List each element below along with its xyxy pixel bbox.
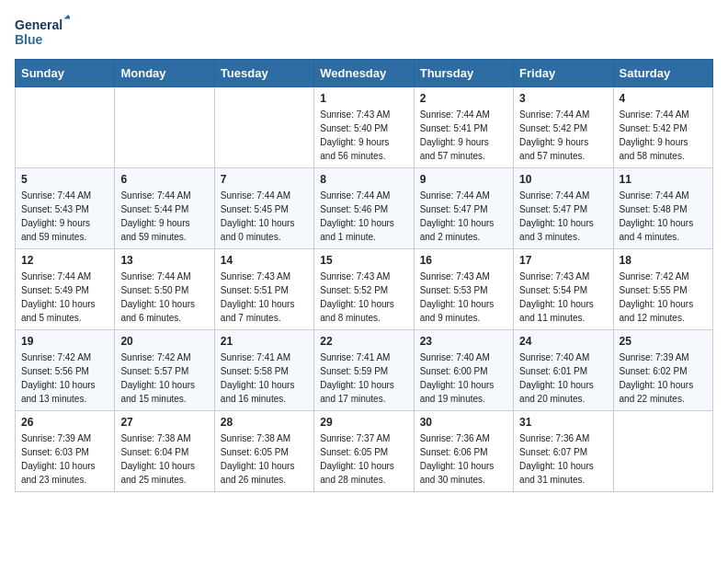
page-header: General Blue	[15, 15, 713, 48]
day-number: 23	[420, 335, 507, 348]
day-info: Sunrise: 7:40 AMSunset: 6:01 PMDaylight:…	[519, 350, 607, 406]
calendar-week-row: 12Sunrise: 7:44 AMSunset: 5:49 PMDayligh…	[16, 249, 713, 330]
svg-marker-2	[64, 15, 70, 18]
day-number: 26	[21, 416, 108, 429]
calendar-cell	[214, 87, 313, 168]
day-info: Sunrise: 7:44 AMSunset: 5:47 PMDaylight:…	[420, 189, 507, 244]
calendar-cell	[16, 87, 115, 168]
calendar-cell	[613, 411, 712, 492]
day-number: 1	[320, 92, 407, 105]
calendar-cell: 8Sunrise: 7:44 AMSunset: 5:46 PMDaylight…	[314, 168, 414, 249]
day-number: 7	[221, 173, 308, 186]
day-info: Sunrise: 7:40 AMSunset: 6:00 PMDaylight:…	[420, 350, 507, 406]
day-number: 19	[21, 335, 108, 348]
day-number: 4	[620, 92, 707, 105]
day-info: Sunrise: 7:44 AMSunset: 5:41 PMDaylight:…	[420, 108, 507, 163]
day-number: 10	[519, 173, 607, 186]
day-number: 20	[120, 335, 208, 348]
day-info: Sunrise: 7:41 AMSunset: 5:58 PMDaylight:…	[221, 350, 308, 406]
day-info: Sunrise: 7:42 AMSunset: 5:56 PMDaylight:…	[21, 350, 108, 406]
day-info: Sunrise: 7:36 AMSunset: 6:06 PMDaylight:…	[420, 431, 507, 487]
day-info: Sunrise: 7:44 AMSunset: 5:49 PMDaylight:…	[21, 270, 108, 325]
day-number: 25	[620, 335, 707, 348]
calendar-cell: 5Sunrise: 7:44 AMSunset: 5:43 PMDaylight…	[16, 168, 115, 249]
calendar-cell: 28Sunrise: 7:38 AMSunset: 6:05 PMDayligh…	[214, 411, 313, 492]
calendar-week-row: 1Sunrise: 7:43 AMSunset: 5:40 PMDaylight…	[16, 87, 713, 168]
calendar-cell: 10Sunrise: 7:44 AMSunset: 5:47 PMDayligh…	[514, 168, 613, 249]
day-number: 16	[420, 254, 507, 267]
day-number: 29	[320, 416, 407, 429]
calendar-cell: 23Sunrise: 7:40 AMSunset: 6:00 PMDayligh…	[414, 330, 513, 411]
day-info: Sunrise: 7:38 AMSunset: 6:05 PMDaylight:…	[221, 431, 308, 487]
calendar-cell: 30Sunrise: 7:36 AMSunset: 6:06 PMDayligh…	[414, 411, 513, 492]
day-info: Sunrise: 7:44 AMSunset: 5:42 PMDaylight:…	[620, 108, 707, 163]
calendar-cell: 13Sunrise: 7:44 AMSunset: 5:50 PMDayligh…	[115, 249, 214, 330]
day-number: 8	[320, 173, 407, 186]
day-info: Sunrise: 7:43 AMSunset: 5:53 PMDaylight:…	[420, 270, 507, 325]
calendar-cell: 12Sunrise: 7:44 AMSunset: 5:49 PMDayligh…	[16, 249, 115, 330]
day-info: Sunrise: 7:44 AMSunset: 5:43 PMDaylight:…	[21, 189, 108, 244]
calendar-cell: 14Sunrise: 7:43 AMSunset: 5:51 PMDayligh…	[214, 249, 313, 330]
weekday-header: Tuesday	[214, 60, 313, 87]
day-info: Sunrise: 7:44 AMSunset: 5:45 PMDaylight:…	[221, 189, 308, 244]
calendar-cell	[115, 87, 214, 168]
day-number: 13	[120, 254, 208, 267]
day-info: Sunrise: 7:44 AMSunset: 5:46 PMDaylight:…	[320, 189, 407, 244]
day-number: 11	[620, 173, 707, 186]
calendar-week-row: 5Sunrise: 7:44 AMSunset: 5:43 PMDaylight…	[16, 168, 713, 249]
calendar-week-row: 26Sunrise: 7:39 AMSunset: 6:03 PMDayligh…	[16, 411, 713, 492]
day-info: Sunrise: 7:44 AMSunset: 5:47 PMDaylight:…	[519, 189, 607, 244]
day-info: Sunrise: 7:36 AMSunset: 6:07 PMDaylight:…	[519, 431, 607, 487]
day-info: Sunrise: 7:44 AMSunset: 5:50 PMDaylight:…	[120, 270, 208, 325]
day-number: 5	[21, 173, 108, 186]
calendar-cell: 22Sunrise: 7:41 AMSunset: 5:59 PMDayligh…	[314, 330, 414, 411]
day-info: Sunrise: 7:43 AMSunset: 5:51 PMDaylight:…	[221, 270, 308, 325]
day-info: Sunrise: 7:43 AMSunset: 5:40 PMDaylight:…	[320, 108, 407, 163]
day-number: 14	[221, 254, 308, 267]
calendar-cell: 19Sunrise: 7:42 AMSunset: 5:56 PMDayligh…	[16, 330, 115, 411]
day-info: Sunrise: 7:38 AMSunset: 6:04 PMDaylight:…	[120, 431, 208, 487]
calendar-cell: 26Sunrise: 7:39 AMSunset: 6:03 PMDayligh…	[16, 411, 115, 492]
weekday-header: Sunday	[16, 60, 115, 87]
weekday-header: Thursday	[414, 60, 513, 87]
day-number: 24	[519, 335, 607, 348]
weekday-header: Wednesday	[314, 60, 414, 87]
day-info: Sunrise: 7:44 AMSunset: 5:48 PMDaylight:…	[620, 189, 707, 244]
calendar-cell: 6Sunrise: 7:44 AMSunset: 5:44 PMDaylight…	[115, 168, 214, 249]
calendar-week-row: 19Sunrise: 7:42 AMSunset: 5:56 PMDayligh…	[16, 330, 713, 411]
day-number: 28	[221, 416, 308, 429]
day-number: 6	[120, 173, 208, 186]
day-number: 2	[420, 92, 507, 105]
day-info: Sunrise: 7:39 AMSunset: 6:02 PMDaylight:…	[620, 350, 707, 406]
day-info: Sunrise: 7:42 AMSunset: 5:57 PMDaylight:…	[120, 350, 208, 406]
weekday-header: Friday	[514, 60, 613, 87]
day-info: Sunrise: 7:37 AMSunset: 6:05 PMDaylight:…	[320, 431, 407, 487]
calendar-cell: 31Sunrise: 7:36 AMSunset: 6:07 PMDayligh…	[514, 411, 613, 492]
weekday-header-row: SundayMondayTuesdayWednesdayThursdayFrid…	[16, 60, 713, 87]
day-number: 18	[620, 254, 707, 267]
logo: General Blue	[15, 15, 70, 48]
svg-text:General: General	[15, 17, 63, 32]
day-info: Sunrise: 7:42 AMSunset: 5:55 PMDaylight:…	[620, 270, 707, 325]
calendar-cell: 21Sunrise: 7:41 AMSunset: 5:58 PMDayligh…	[214, 330, 313, 411]
day-info: Sunrise: 7:41 AMSunset: 5:59 PMDaylight:…	[320, 350, 407, 406]
day-number: 9	[420, 173, 507, 186]
calendar-cell: 29Sunrise: 7:37 AMSunset: 6:05 PMDayligh…	[314, 411, 414, 492]
calendar-cell: 20Sunrise: 7:42 AMSunset: 5:57 PMDayligh…	[115, 330, 214, 411]
day-info: Sunrise: 7:39 AMSunset: 6:03 PMDaylight:…	[21, 431, 108, 487]
calendar-cell: 3Sunrise: 7:44 AMSunset: 5:42 PMDaylight…	[514, 87, 613, 168]
logo-svg: General Blue	[15, 15, 70, 48]
day-number: 30	[420, 416, 507, 429]
weekday-header: Saturday	[613, 60, 712, 87]
calendar-cell: 25Sunrise: 7:39 AMSunset: 6:02 PMDayligh…	[613, 330, 712, 411]
calendar-table: SundayMondayTuesdayWednesdayThursdayFrid…	[15, 59, 713, 492]
calendar-cell: 7Sunrise: 7:44 AMSunset: 5:45 PMDaylight…	[214, 168, 313, 249]
calendar-cell: 24Sunrise: 7:40 AMSunset: 6:01 PMDayligh…	[514, 330, 613, 411]
day-number: 12	[21, 254, 108, 267]
calendar-cell: 17Sunrise: 7:43 AMSunset: 5:54 PMDayligh…	[514, 249, 613, 330]
calendar-cell: 27Sunrise: 7:38 AMSunset: 6:04 PMDayligh…	[115, 411, 214, 492]
calendar-cell: 15Sunrise: 7:43 AMSunset: 5:52 PMDayligh…	[314, 249, 414, 330]
calendar-cell: 1Sunrise: 7:43 AMSunset: 5:40 PMDaylight…	[314, 87, 414, 168]
day-number: 17	[519, 254, 607, 267]
day-info: Sunrise: 7:43 AMSunset: 5:54 PMDaylight:…	[519, 270, 607, 325]
